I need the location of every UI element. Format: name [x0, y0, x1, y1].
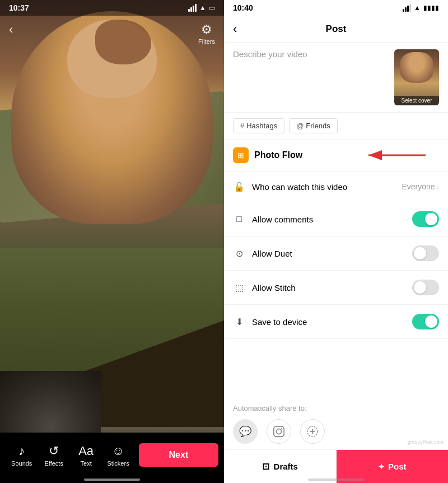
home-indicator-left	[84, 479, 140, 481]
right-title: Post	[326, 24, 347, 35]
hashtags-label: Hashtags	[246, 122, 277, 130]
chevron-right-icon: ›	[437, 183, 439, 191]
filters-button[interactable]: ⚙ Filters	[198, 22, 215, 45]
hashtags-button[interactable]: # Hashtags	[233, 118, 284, 133]
drafts-label: Drafts	[274, 462, 298, 471]
share-message-icon[interactable]: 💬	[233, 419, 258, 444]
allow-comments-toggle[interactable]	[412, 211, 439, 227]
left-status-icons: ▲ ▭	[188, 4, 215, 12]
right-signal-icon	[403, 4, 411, 12]
photo-flow-row[interactable]: ⊞ Photo Flow	[224, 140, 448, 171]
wifi-icon: ▲	[199, 4, 206, 12]
signal-icon	[188, 4, 197, 12]
text-icon: Aa	[78, 444, 94, 458]
sounds-label: Sounds	[11, 460, 32, 467]
comment-icon: □	[233, 213, 245, 225]
right-status-bar: 10:40 ▲ ▮▮▮▮	[224, 0, 448, 16]
lock-icon: 🔓	[233, 180, 245, 193]
setting-who-can-watch[interactable]: 🔓 Who can watch this video Everyone ›	[224, 171, 448, 202]
setting-save-to-device: ⬇ Save to device	[224, 305, 448, 339]
right-header: ‹ Post	[224, 16, 448, 43]
hashtag-symbol: #	[240, 122, 244, 130]
toggle-knob-save	[425, 315, 437, 328]
toolbar-sounds[interactable]: ♪ Sounds	[6, 444, 38, 467]
left-panel: 10:37 ▲ ▭ ‹ ⚙ Filters ♪ Sounds ↺ Effects	[0, 0, 224, 483]
auto-share-label: Automatically share to:	[233, 404, 439, 412]
save-icon: ⬇	[233, 315, 245, 328]
left-bottom-toolbar: ♪ Sounds ↺ Effects Aa Text ☺ Stickers Ne…	[0, 433, 224, 483]
friends-label: Friends	[306, 122, 330, 130]
left-status-bar: 10:37 ▲ ▭	[0, 0, 224, 16]
stitch-icon: ⬚	[233, 281, 245, 294]
settings-list: 🔓 Who can watch this video Everyone › □ …	[224, 171, 448, 396]
stickers-icon: ☺	[112, 444, 124, 458]
right-back-button[interactable]: ‹	[233, 22, 237, 36]
left-time: 10:37	[9, 3, 29, 12]
allow-stitch-toggle[interactable]	[412, 280, 439, 295]
friends-button[interactable]: @ Friends	[289, 118, 338, 133]
stickers-label: Stickers	[108, 460, 129, 467]
toolbar-stickers[interactable]: ☺ Stickers	[102, 444, 134, 467]
right-battery-icon: ▮▮▮▮	[423, 4, 439, 12]
setting-allow-duet: ⊙ Allow Duet	[224, 236, 448, 271]
duet-icon: ⊙	[233, 247, 245, 259]
setting-allow-comments: □ Allow comments	[224, 202, 448, 236]
sounds-icon: ♪	[18, 444, 25, 458]
allow-duet-toggle[interactable]	[412, 245, 439, 261]
battery-icon: ▭	[209, 4, 215, 12]
photo-flow-label: Photo Flow	[254, 150, 302, 160]
effects-icon: ↺	[49, 444, 59, 458]
svg-point-4	[281, 428, 282, 429]
allow-stitch-label: Allow Stitch	[252, 283, 412, 292]
sparkle-icon: ✦	[378, 462, 385, 471]
watermark: groovyPost.com	[407, 439, 444, 445]
allow-duet-label: Allow Duet	[252, 249, 412, 258]
drafts-icon: ⊡	[262, 461, 269, 472]
who-can-watch-value: Everyone ›	[402, 182, 440, 191]
add-circle-svg	[306, 425, 319, 438]
select-cover-label: Select cover	[394, 96, 439, 105]
toolbar-effects[interactable]: ↺ Effects	[38, 444, 69, 467]
toggle-knob-stitch	[414, 281, 426, 294]
hashtags-row: # Hashtags @ Friends	[224, 113, 448, 140]
photo-flow-icon: ⊞	[233, 147, 249, 163]
toolbar-text[interactable]: Aa Text	[70, 444, 102, 467]
bottom-action-buttons: ⊡ Drafts ✦ Post	[224, 449, 448, 483]
svg-rect-2	[274, 426, 284, 436]
at-symbol: @	[296, 122, 304, 130]
who-can-watch-label: Who can watch this video	[252, 182, 402, 192]
back-arrow-icon[interactable]: ‹	[9, 22, 13, 37]
right-wifi-icon: ▲	[414, 4, 421, 12]
next-button[interactable]: Next	[139, 443, 218, 467]
video-description-area: Describe your video Select cover	[224, 43, 448, 113]
home-indicator-right	[308, 479, 364, 481]
post-label: Post	[388, 462, 407, 471]
svg-point-3	[276, 429, 281, 434]
toggle-knob-duet	[414, 247, 426, 259]
left-top-controls: ‹ ⚙ Filters	[0, 22, 224, 45]
cover-thumbnail[interactable]: Select cover	[394, 49, 439, 105]
filters-label: Filters	[198, 38, 215, 45]
right-panel: 10:40 ▲ ▮▮▮▮ ‹ Post Describe your video …	[224, 0, 448, 483]
thumbnail-dog-image	[400, 52, 433, 83]
video-description-input[interactable]: Describe your video	[233, 49, 388, 105]
save-to-device-toggle[interactable]	[412, 314, 439, 329]
save-to-device-label: Save to device	[252, 317, 412, 327]
share-add-icon[interactable]	[300, 419, 325, 444]
text-label: Text	[81, 460, 92, 467]
instagram-svg	[273, 425, 285, 438]
right-time: 10:40	[233, 3, 253, 12]
filters-icon: ⚙	[201, 22, 212, 37]
setting-allow-stitch: ⬚ Allow Stitch	[224, 271, 448, 305]
effects-label: Effects	[44, 460, 63, 467]
share-instagram-icon[interactable]	[267, 419, 291, 444]
toggle-knob	[425, 213, 437, 225]
allow-comments-label: Allow comments	[252, 215, 412, 224]
right-status-icons: ▲ ▮▮▮▮	[403, 4, 439, 12]
everyone-text: Everyone	[402, 182, 435, 191]
red-arrow-indicator	[364, 147, 431, 164]
photo-flow-icon-glyph: ⊞	[237, 151, 244, 160]
